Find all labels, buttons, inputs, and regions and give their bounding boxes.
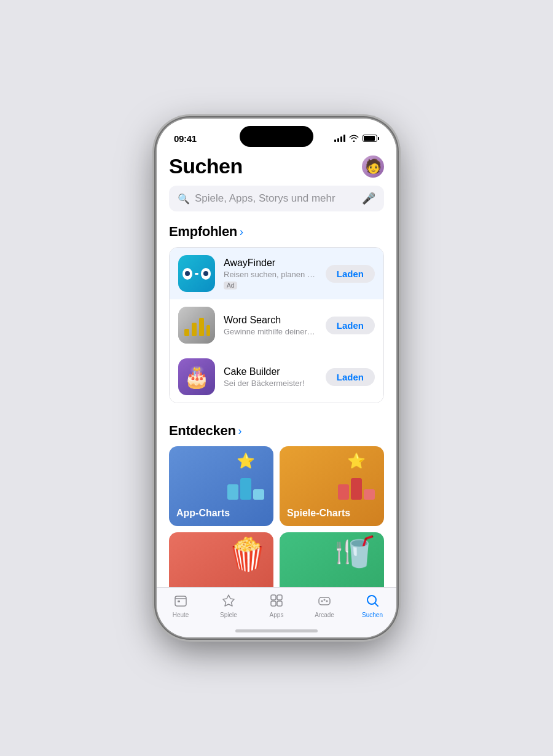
cake-emoji: 🎂 [184,366,210,387]
search-icon: 🔍 [178,193,190,205]
app-desc-cakebuilder: Sei der Bäckermeister! [224,379,317,388]
tab-label-arcade: Arcade [315,612,334,618]
svg-point-19 [326,600,328,602]
category-card-unterhaltung[interactable]: 🍿 Unterhaltung [169,532,273,587]
svg-point-18 [321,600,323,602]
svg-rect-17 [319,597,330,605]
status-bar: 09:41 [157,119,396,149]
svg-rect-8 [338,484,349,500]
tab-apps[interactable]: Apps [253,594,300,618]
app-desc-awayfinder: Reisen suchen, planen und buc... [224,270,317,279]
app-icon-cakebuilder: 🎂 [178,358,215,395]
discover-title: Entdecken [169,423,236,439]
avatar-emoji: 🧑 [365,160,382,173]
status-icons [334,135,379,142]
search-placeholder: Spiele, Apps, Storys und mehr [195,192,357,205]
svg-rect-5 [227,484,238,500]
app-row-cakebuilder[interactable]: 🎂 Cake Builder Sei der Bäckermeister! La… [170,351,383,403]
tab-icon-spiele [222,594,235,610]
tab-heute[interactable]: Heute [157,594,205,618]
app-name-wordsearch: Word Search [224,315,317,326]
search-bar[interactable]: 🔍 Spiele, Apps, Storys und mehr 🎤 [169,186,384,211]
load-btn-cakebuilder[interactable]: Laden [326,368,375,386]
category-card-essen[interactable]: 🥤 🍴 Essen und Trinken [280,532,384,587]
app-icon-wordsearch [178,307,215,344]
essen-illustration2: 🍴 [329,541,357,563]
phone-frame: 09:41 [157,119,396,637]
svg-rect-10 [364,489,375,500]
unterhaltung-illustration: 🍿 [227,538,267,570]
tab-arcade[interactable]: Arcade [300,594,348,618]
load-btn-awayfinder[interactable]: Laden [326,265,375,283]
svg-rect-16 [277,601,282,606]
status-time: 09:41 [174,133,197,144]
avatar[interactable]: 🧑 [362,156,384,178]
battery-icon [363,135,379,142]
svg-rect-7 [253,489,264,500]
tab-label-spiele: Spiele [220,612,237,618]
app-name-awayfinder: AwayFinder [224,258,317,269]
app-row-wordsearch[interactable]: Word Search Gewinne mithilfe deiner eige… [170,299,383,351]
recommended-section-header[interactable]: Empfohlen › [157,221,396,247]
spiele-charts-illustration: ⭐ [335,452,378,502]
recommended-chevron[interactable]: › [240,226,243,238]
tab-suchen[interactable]: Suchen [348,594,396,618]
home-indicator [235,629,318,632]
svg-rect-2 [192,323,197,336]
category-card-app-charts[interactable]: ⭐ App-Charts [169,446,273,526]
signal-icon [334,135,345,142]
svg-rect-9 [351,478,362,500]
search-bar-container: 🔍 Spiele, Apps, Storys und mehr 🎤 [157,186,396,221]
svg-rect-6 [240,478,251,500]
category-label-spiele-charts: Spiele-Charts [287,508,350,519]
screen: 09:41 [157,119,396,637]
main-content[interactable]: Suchen 🧑 🔍 Spiele, Apps, Storys und mehr… [157,149,396,587]
app-info-cakebuilder: Cake Builder Sei der Bäckermeister! [224,366,317,388]
recommended-title: Empfohlen [169,224,237,240]
discover-chevron[interactable]: › [238,425,242,438]
svg-rect-14 [277,595,282,600]
mic-icon[interactable]: 🎤 [362,192,375,205]
svg-rect-1 [184,329,189,336]
tab-icon-arcade [318,594,331,610]
svg-rect-3 [199,318,204,336]
dynamic-island [240,126,313,147]
svg-rect-15 [271,601,276,606]
load-btn-wordsearch[interactable]: Laden [326,317,375,334]
tab-icon-heute [174,594,187,610]
ad-badge: Ad [224,282,237,289]
svg-rect-4 [206,325,210,336]
discover-section-header[interactable]: Entdecken › [157,420,396,446]
app-desc-wordsearch: Gewinne mithilfe deiner eigene... [224,327,317,336]
wifi-icon [349,135,359,142]
app-row-awayfinder[interactable]: AwayFinder Reisen suchen, planen und buc… [170,248,383,299]
tab-label-apps: Apps [270,612,284,618]
svg-rect-13 [271,595,276,600]
category-label-app-charts: App-Charts [176,508,230,519]
tab-spiele[interactable]: Spiele [205,594,253,618]
category-card-spiele-charts[interactable]: ⭐ Spiele-Charts [280,446,384,526]
app-name-cakebuilder: Cake Builder [224,366,317,377]
page-header: Suchen 🧑 [157,149,396,186]
tab-label-heute: Heute [173,612,189,618]
app-charts-illustration: ⭐ [224,452,267,505]
svg-rect-12 [178,600,180,602]
svg-rect-11 [175,596,186,606]
app-icon-awayfinder [178,255,215,292]
tab-icon-suchen [366,594,379,610]
tab-icon-apps [270,594,283,610]
tab-label-suchen: Suchen [362,612,383,618]
page-title: Suchen [169,154,243,178]
category-grid: ⭐ App-Charts ⭐ [157,446,396,587]
app-list: AwayFinder Reisen suchen, planen und buc… [169,247,384,403]
app-info-awayfinder: AwayFinder Reisen suchen, planen und buc… [224,258,317,290]
app-info-wordsearch: Word Search Gewinne mithilfe deiner eige… [224,315,317,336]
